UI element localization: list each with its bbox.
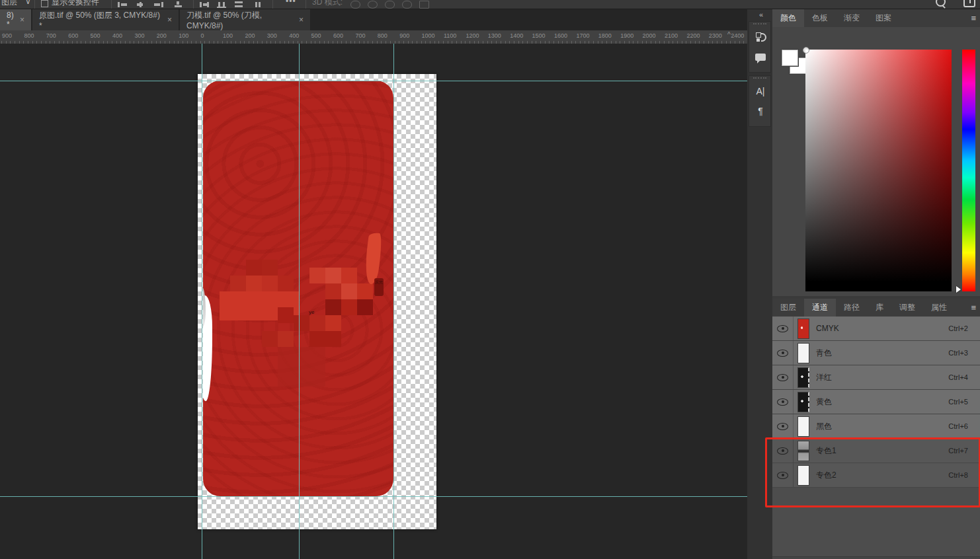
tab-adjustments[interactable]: 调整 xyxy=(891,299,923,317)
ruler-collapse-icon[interactable]: ^ xyxy=(727,31,731,38)
paragraph-panel-button[interactable]: ¶ xyxy=(749,101,772,121)
3d-mode-label: 3D 模式: xyxy=(312,0,343,8)
tool-context-dropdown[interactable]: 图层 xyxy=(1,0,17,8)
foreground-color-swatch[interactable] xyxy=(782,50,798,66)
close-icon[interactable]: × xyxy=(20,15,24,24)
document-tab-label: 8) * xyxy=(7,11,15,29)
tab-paths[interactable]: 路径 xyxy=(836,299,868,317)
channel-thumbnail[interactable] xyxy=(797,416,809,437)
guide-horizontal-top[interactable] xyxy=(0,81,747,81)
channel-shortcut: Ctrl+3 xyxy=(948,349,968,357)
notes-panel-button[interactable] xyxy=(749,47,772,67)
ruler-label: 200 xyxy=(245,32,255,39)
channel-thumbnail[interactable] xyxy=(797,318,809,339)
ruler-label: 1300 xyxy=(488,32,501,39)
ruler-label: 700 xyxy=(355,32,365,39)
ruler-label: 700 xyxy=(46,32,56,39)
visibility-toggle[interactable] xyxy=(772,341,794,365)
close-icon[interactable]: × xyxy=(299,15,304,24)
channel-thumbnail[interactable] xyxy=(797,343,809,363)
document-tab[interactable]: 原图.tif @ 50% (图层 3, CMYK/8#) * × xyxy=(32,9,179,30)
visibility-toggle[interactable] xyxy=(772,317,794,340)
align-right-icon[interactable] xyxy=(153,1,163,8)
tab-patterns[interactable]: 图案 xyxy=(868,9,899,27)
document-tab-label: 原图.tif @ 50% (图层 3, CMYK/8#) * xyxy=(39,10,162,30)
channels-panel-body: CMYK Ctrl+2 青色 Ctrl+3 洋红 Ctrl+4 黄色 Ctrl+… xyxy=(772,317,980,556)
channel-row-magenta[interactable]: 洋红 Ctrl+4 xyxy=(772,365,980,390)
ruler-label: 400 xyxy=(289,32,299,39)
character-panel-button[interactable]: A| xyxy=(749,81,772,101)
saturation-brightness-field[interactable] xyxy=(805,50,952,291)
3d-pan-icon[interactable] xyxy=(385,1,395,9)
eye-icon xyxy=(777,374,788,381)
visibility-toggle[interactable] xyxy=(772,390,794,414)
chevron-down-icon[interactable]: ∨ xyxy=(25,0,31,6)
separator xyxy=(306,0,306,9)
tab-properties[interactable]: 属性 xyxy=(923,299,955,317)
tab-swatches[interactable]: 色板 xyxy=(804,9,836,27)
channel-row-cyan[interactable]: 青色 Ctrl+3 xyxy=(772,341,980,365)
options-bar: 图层 ∨ 显示变换控件 ••• 3D 模式: xyxy=(0,0,980,9)
channel-row-black[interactable]: 黑色 Ctrl+6 xyxy=(772,414,980,439)
panel-menu-icon[interactable]: ≡ xyxy=(971,13,976,23)
channel-shortcut: Ctrl+6 xyxy=(948,422,968,430)
ruler-label: 2100 xyxy=(665,32,678,39)
comment-bubble-icon xyxy=(755,54,766,61)
channel-thumbnail[interactable] xyxy=(797,392,809,412)
distribute-center-icon[interactable] xyxy=(217,1,227,8)
align-left-icon[interactable] xyxy=(118,1,128,8)
history-icon xyxy=(756,32,765,42)
ruler-label: 1400 xyxy=(510,32,523,39)
document-tab[interactable]: 刀模.tif @ 50% (刀模, CMYK/8#) × xyxy=(180,9,311,30)
guide-vertical-right[interactable] xyxy=(393,44,394,559)
channel-thumbnail[interactable] xyxy=(797,367,809,388)
canvas-pasteboard[interactable]: 反光 ye xyxy=(0,44,747,559)
tab-channels[interactable]: 通道 xyxy=(804,299,836,317)
ruler-label: 1700 xyxy=(576,32,589,39)
tab-gradients[interactable]: 渐变 xyxy=(836,9,868,27)
guide-vertical-center[interactable] xyxy=(299,44,300,559)
align-center-horizontal-icon[interactable] xyxy=(136,1,145,8)
artwork-white-shape xyxy=(203,295,212,401)
channel-row-cmyk[interactable]: CMYK Ctrl+2 xyxy=(772,317,980,341)
workspace-switcher-icon[interactable] xyxy=(963,0,975,7)
history-panel-button[interactable] xyxy=(749,27,772,47)
distribute-right-icon[interactable] xyxy=(253,1,263,8)
panel-menu-icon[interactable]: ≡ xyxy=(971,303,976,313)
collapse-panels-icon[interactable]: « xyxy=(759,11,762,19)
guide-vertical-left[interactable] xyxy=(202,44,202,559)
distribute-left-icon[interactable] xyxy=(200,1,210,8)
document-canvas[interactable]: 反光 ye xyxy=(198,74,436,529)
eye-icon xyxy=(777,350,788,357)
visibility-toggle[interactable] xyxy=(772,414,794,438)
hue-slider-handle[interactable] xyxy=(956,286,964,293)
guide-horizontal-bottom[interactable] xyxy=(0,496,747,497)
distribute-vertical-icon[interactable] xyxy=(234,1,244,8)
hue-slider[interactable] xyxy=(962,50,975,291)
align-bottom-icon[interactable] xyxy=(173,1,183,8)
3d-roll-icon[interactable] xyxy=(368,1,378,9)
3d-camera-icon[interactable] xyxy=(419,1,429,9)
visibility-toggle[interactable] xyxy=(772,365,794,389)
ruler-label: 2200 xyxy=(686,32,700,39)
search-icon[interactable] xyxy=(936,0,946,7)
color-picker-marker[interactable] xyxy=(803,47,809,54)
more-options-button[interactable]: ••• xyxy=(286,0,296,6)
eye-icon xyxy=(777,398,788,406)
channel-shortcut: Ctrl+2 xyxy=(948,324,968,332)
close-icon[interactable]: × xyxy=(167,15,172,24)
3d-rotate-icon[interactable] xyxy=(350,1,360,9)
document-tab[interactable]: 8) * × xyxy=(0,9,32,30)
ruler-label: 1200 xyxy=(466,32,479,39)
tab-color[interactable]: 颜色 xyxy=(772,9,804,27)
tab-layers[interactable]: 图层 xyxy=(772,299,804,317)
show-transform-checkbox[interactable] xyxy=(41,0,48,7)
ruler-label: 100 xyxy=(179,32,188,39)
channel-row-yellow[interactable]: 黄色 Ctrl+5 xyxy=(772,390,980,414)
3d-slide-icon[interactable] xyxy=(402,1,412,9)
artwork-seal-stamp: 反光 xyxy=(374,278,384,296)
panel-bottom-strip xyxy=(772,556,980,559)
horizontal-ruler[interactable]: 9008007006005004003002001000100200300400… xyxy=(0,30,747,44)
tab-libraries[interactable]: 库 xyxy=(868,299,891,317)
photoshop-window: 图层 ∨ 显示变换控件 ••• 3D 模式: 8) * × xyxy=(0,0,980,559)
